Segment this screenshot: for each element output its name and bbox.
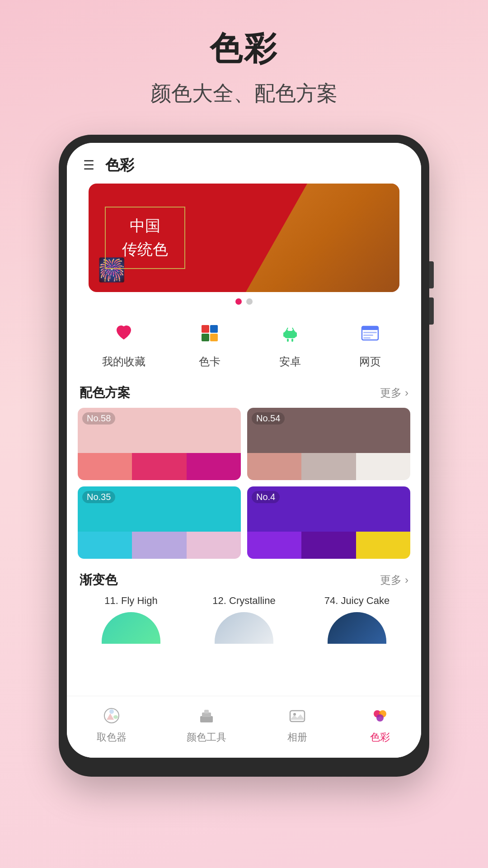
- nav-album[interactable]: 相册: [286, 704, 309, 744]
- gradient-label-juicy-cake: 74. Juicy Cake: [324, 595, 389, 607]
- svg-rect-3: [210, 334, 218, 341]
- album-icon: [286, 704, 309, 727]
- svg-line-10: [292, 328, 294, 330]
- colors-icon: [369, 704, 391, 727]
- gradient-circle-juicy-cake: [328, 612, 386, 644]
- scheme-card-54[interactable]: No.54: [247, 408, 410, 480]
- cat-favorites-label: 我的收藏: [102, 354, 145, 369]
- gradient-more-btn[interactable]: 更多 ›: [380, 573, 408, 587]
- svg-rect-21: [200, 716, 213, 722]
- scheme-no-58: No.58: [82, 412, 115, 425]
- cat-color-card[interactable]: 色卡: [194, 317, 225, 369]
- scheme-more-btn[interactable]: 更多 ›: [380, 386, 408, 400]
- top-bar: ☰ 色彩: [67, 143, 421, 184]
- scheme-card-58[interactable]: No.58: [78, 408, 241, 480]
- scheme-grid: No.58 No.54 No.35: [67, 408, 421, 563]
- cat-color-card-label: 色卡: [199, 354, 221, 369]
- svg-rect-1: [210, 325, 218, 333]
- gradient-label-fly-high: 11. Fly High: [104, 595, 157, 607]
- banner-title: 中国: [122, 216, 168, 236]
- scheme-card-35[interactable]: No.35: [78, 486, 241, 559]
- android-icon: [274, 317, 306, 349]
- svg-rect-8: [295, 332, 297, 337]
- cat-web-label: 网页: [359, 354, 381, 369]
- scheme-no-35: No.35: [82, 491, 115, 503]
- color-tools-icon: [195, 704, 218, 727]
- scheme-section-header: 配色方案 更多 ›: [67, 376, 421, 408]
- svg-rect-23: [204, 710, 209, 713]
- cat-android[interactable]: 安卓: [274, 317, 306, 369]
- scheme-section-title: 配色方案: [80, 384, 130, 401]
- nav-colors-label: 色彩: [370, 731, 390, 744]
- gradient-card-fly-high[interactable]: 11. Fly High: [78, 595, 184, 644]
- phone-shell: ☰ 色彩 🎆 中国 传统色: [59, 135, 429, 777]
- svg-point-20: [113, 715, 118, 719]
- scheme-card-4[interactable]: No.4: [247, 486, 410, 559]
- svg-rect-16: [363, 335, 373, 336]
- svg-rect-11: [287, 339, 289, 342]
- scheme-no-4: No.4: [252, 491, 280, 503]
- gradient-circle-crystalline: [215, 612, 273, 644]
- svg-rect-0: [202, 325, 209, 333]
- color-picker-icon: [100, 704, 123, 727]
- banner-content: 中国 传统色: [89, 196, 202, 280]
- nav-color-picker-label: 取色器: [97, 731, 127, 744]
- page-title: 色彩: [210, 27, 278, 71]
- cat-web[interactable]: 网页: [354, 317, 386, 369]
- nav-color-picker[interactable]: 取色器: [97, 704, 127, 744]
- svg-point-19: [109, 709, 114, 714]
- cat-android-label: 安卓: [279, 354, 301, 369]
- gradient-circle-fly-high: [102, 612, 160, 644]
- menu-icon[interactable]: ☰: [83, 159, 94, 172]
- svg-point-28: [376, 714, 384, 722]
- favorites-icon: [108, 317, 140, 349]
- svg-rect-6: [284, 331, 296, 338]
- app-title: 色彩: [105, 156, 134, 175]
- svg-rect-12: [291, 339, 293, 342]
- dot-2[interactable]: [246, 298, 253, 305]
- bottom-nav: 取色器 颜色工具: [67, 696, 421, 758]
- nav-color-tools[interactable]: 颜色工具: [187, 704, 226, 744]
- nav-colors[interactable]: 色彩: [369, 704, 391, 744]
- gradient-label-crystalline: 12. Crystalline: [212, 595, 275, 607]
- categories: 我的收藏 色卡: [67, 305, 421, 376]
- web-icon: [354, 317, 386, 349]
- banner-dots: [78, 298, 410, 305]
- gradient-card-juicy-cake[interactable]: 74. Juicy Cake: [304, 595, 410, 644]
- gradient-grid: 11. Fly High 12. Crystalline 74. Juicy C…: [67, 595, 421, 648]
- gradient-section-header: 渐变色 更多 ›: [67, 563, 421, 595]
- gradient-card-crystalline[interactable]: 12. Crystalline: [191, 595, 297, 644]
- gradient-section-title: 渐变色: [80, 571, 117, 589]
- color-card-icon: [194, 317, 225, 349]
- page-subtitle: 颜色大全、配色方案: [150, 80, 338, 108]
- svg-rect-2: [202, 334, 209, 341]
- svg-rect-14: [362, 326, 378, 330]
- cat-favorites[interactable]: 我的收藏: [102, 317, 145, 369]
- svg-rect-17: [363, 337, 371, 339]
- nav-color-tools-label: 颜色工具: [187, 731, 226, 744]
- scheme-no-54: No.54: [252, 412, 285, 425]
- banner-subtitle: 传统色: [122, 239, 168, 260]
- svg-rect-7: [283, 332, 285, 337]
- svg-rect-15: [363, 332, 377, 333]
- phone-screen: ☰ 色彩 🎆 中国 传统色: [67, 143, 421, 758]
- svg-rect-24: [290, 711, 305, 722]
- svg-line-9: [286, 328, 288, 330]
- nav-album-label: 相册: [287, 731, 307, 744]
- svg-point-25: [293, 713, 296, 716]
- banner[interactable]: 🎆 中国 传统色: [89, 184, 399, 292]
- dot-1[interactable]: [235, 298, 242, 305]
